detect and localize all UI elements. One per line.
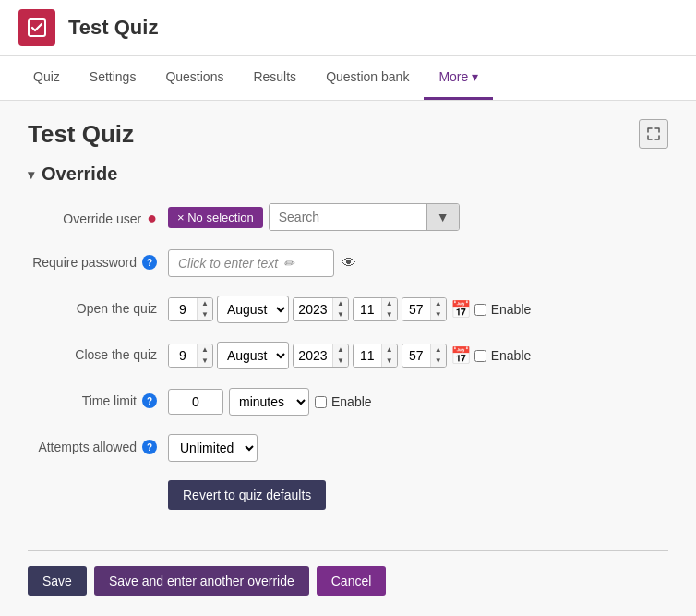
open-hour-input[interactable]: ▲ ▼ bbox=[353, 297, 398, 321]
divider bbox=[28, 550, 668, 551]
cancel-button[interactable]: Cancel bbox=[317, 566, 387, 596]
open-quiz-label: Open the quiz bbox=[28, 296, 157, 316]
open-min-value[interactable] bbox=[402, 298, 430, 320]
override-user-controls: × No selection ▼ bbox=[168, 203, 460, 231]
close-calendar-icon[interactable]: 📅 bbox=[450, 345, 471, 366]
open-day-up[interactable]: ▲ bbox=[198, 298, 212, 309]
page-main-title: Test Quiz bbox=[68, 16, 158, 40]
collapse-chevron-icon: ▾ bbox=[28, 167, 34, 182]
open-quiz-row: Open the quiz ▲ ▼ August ▲ ▼ bbox=[28, 296, 668, 323]
section-heading[interactable]: ▾ Override bbox=[28, 163, 668, 185]
open-year-down[interactable]: ▼ bbox=[333, 309, 348, 320]
click-to-enter-field[interactable]: Click to enter text ✏ bbox=[168, 249, 334, 277]
open-min-input[interactable]: ▲ ▼ bbox=[402, 297, 447, 321]
close-enable-label[interactable]: Enable bbox=[474, 348, 532, 363]
close-year-down[interactable]: ▼ bbox=[333, 356, 348, 367]
search-dropdown[interactable]: ▼ bbox=[269, 203, 460, 231]
close-month-select[interactable]: August bbox=[217, 342, 289, 369]
close-min-value[interactable] bbox=[402, 344, 430, 367]
required-icon: ● bbox=[147, 209, 157, 228]
pencil-icon: ✏ bbox=[283, 256, 294, 271]
open-hour-up[interactable]: ▲ bbox=[382, 298, 397, 309]
quiz-icon bbox=[18, 9, 55, 46]
override-user-row: Override user ● × No selection ▼ bbox=[28, 203, 668, 231]
revert-button[interactable]: Revert to quiz defaults bbox=[168, 480, 326, 510]
action-buttons: Save Save and enter another override Can… bbox=[28, 566, 668, 596]
eye-icon[interactable]: 👁 bbox=[342, 255, 356, 272]
time-unit-select[interactable]: minutes hours seconds bbox=[229, 388, 309, 416]
attempts-controls: Unlimited 1 2 3 4 5 bbox=[168, 434, 258, 462]
open-month-select[interactable]: August bbox=[217, 296, 289, 323]
close-quiz-controls: ▲ ▼ August ▲ ▼ ▲ ▼ bbox=[168, 342, 531, 369]
close-min-up[interactable]: ▲ bbox=[431, 344, 446, 356]
main-content: Test Quiz ▾ Override Override user ● × N… bbox=[0, 101, 696, 616]
expand-button[interactable] bbox=[639, 119, 668, 149]
section-title: Override bbox=[42, 163, 117, 185]
attempts-allowed-row: Attempts allowed ? Unlimited 1 2 3 4 5 bbox=[28, 434, 668, 462]
open-min-up[interactable]: ▲ bbox=[431, 298, 446, 309]
nav-tabs: Quiz Settings Questions Results Question… bbox=[0, 56, 696, 101]
close-year-up[interactable]: ▲ bbox=[333, 344, 348, 356]
close-min-input[interactable]: ▲ ▼ bbox=[402, 344, 447, 368]
open-enable-label[interactable]: Enable bbox=[474, 302, 532, 317]
open-hour-value[interactable] bbox=[354, 298, 381, 320]
close-year-value[interactable] bbox=[294, 344, 332, 367]
open-day-down[interactable]: ▼ bbox=[198, 309, 212, 320]
close-day-down[interactable]: ▼ bbox=[198, 356, 212, 367]
close-quiz-row: Close the quiz ▲ ▼ August ▲ ▼ bbox=[28, 342, 668, 369]
time-limit-label: Time limit ? bbox=[28, 388, 157, 408]
close-quiz-label: Close the quiz bbox=[28, 342, 157, 362]
open-year-up[interactable]: ▲ bbox=[333, 298, 348, 309]
close-hour-input[interactable]: ▲ ▼ bbox=[353, 344, 398, 368]
open-hour-down[interactable]: ▼ bbox=[382, 309, 397, 320]
revert-section: Revert to quiz defaults bbox=[168, 480, 668, 532]
page-title: Test Quiz bbox=[28, 120, 134, 149]
close-hour-value[interactable] bbox=[354, 344, 381, 367]
chevron-down-icon: ▾ bbox=[472, 69, 478, 84]
tab-questions[interactable]: Questions bbox=[150, 56, 238, 100]
require-password-row: Require password ? Click to enter text ✏… bbox=[28, 249, 668, 277]
info-icon[interactable]: ? bbox=[142, 255, 157, 270]
open-day-value[interactable] bbox=[169, 298, 197, 320]
save-enter-button[interactable]: Save and enter another override bbox=[94, 566, 309, 596]
time-limit-input[interactable] bbox=[168, 389, 223, 415]
close-hour-up[interactable]: ▲ bbox=[382, 344, 397, 356]
require-password-controls: Click to enter text ✏ 👁 bbox=[168, 249, 356, 277]
close-day-input[interactable]: ▲ ▼ bbox=[168, 344, 213, 368]
search-dropdown-arrow[interactable]: ▼ bbox=[426, 204, 459, 230]
save-button[interactable]: Save bbox=[28, 566, 87, 596]
close-year-input[interactable]: ▲ ▼ bbox=[293, 344, 349, 368]
tab-settings[interactable]: Settings bbox=[75, 56, 151, 100]
require-password-label: Require password ? bbox=[28, 249, 157, 270]
attempts-select[interactable]: Unlimited 1 2 3 4 5 bbox=[168, 434, 258, 462]
open-quiz-controls: ▲ ▼ August ▲ ▼ ▲ ▼ bbox=[168, 296, 531, 323]
attempts-info-icon[interactable]: ? bbox=[142, 440, 157, 454]
search-input[interactable] bbox=[270, 204, 426, 230]
override-user-label: Override user ● bbox=[28, 203, 157, 228]
open-calendar-icon[interactable]: 📅 bbox=[450, 299, 471, 320]
time-enable-label[interactable]: Enable bbox=[315, 394, 372, 409]
tab-quiz[interactable]: Quiz bbox=[18, 56, 75, 100]
attempts-allowed-label: Attempts allowed ? bbox=[28, 434, 157, 454]
open-year-value[interactable] bbox=[294, 298, 332, 320]
tab-more[interactable]: More ▾ bbox=[424, 56, 493, 100]
no-selection-badge[interactable]: × No selection bbox=[168, 207, 263, 228]
close-day-up[interactable]: ▲ bbox=[198, 344, 212, 356]
open-year-input[interactable]: ▲ ▼ bbox=[293, 297, 349, 321]
tab-results[interactable]: Results bbox=[238, 56, 311, 100]
open-enable-checkbox[interactable] bbox=[474, 304, 486, 316]
open-min-down[interactable]: ▼ bbox=[431, 309, 446, 320]
time-enable-checkbox[interactable] bbox=[315, 396, 327, 408]
page-title-row: Test Quiz bbox=[28, 119, 668, 149]
time-limit-info-icon[interactable]: ? bbox=[142, 393, 157, 408]
tab-question-bank[interactable]: Question bank bbox=[311, 56, 424, 100]
open-day-input[interactable]: ▲ ▼ bbox=[168, 297, 213, 321]
close-min-down[interactable]: ▼ bbox=[431, 356, 446, 367]
close-hour-down[interactable]: ▼ bbox=[382, 356, 397, 367]
time-limit-row: Time limit ? minutes hours seconds Enabl… bbox=[28, 388, 668, 416]
top-header: Test Quiz bbox=[0, 0, 696, 56]
time-limit-controls: minutes hours seconds Enable bbox=[168, 388, 372, 416]
close-day-value[interactable] bbox=[169, 344, 197, 367]
password-field: Click to enter text ✏ 👁 bbox=[168, 249, 356, 277]
close-enable-checkbox[interactable] bbox=[474, 350, 486, 362]
